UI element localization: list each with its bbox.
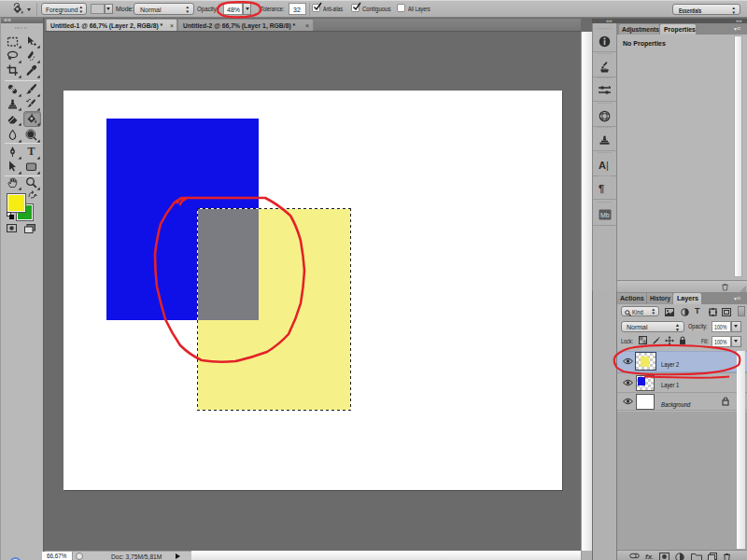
svg-text:Mb: Mb [600,212,610,218]
